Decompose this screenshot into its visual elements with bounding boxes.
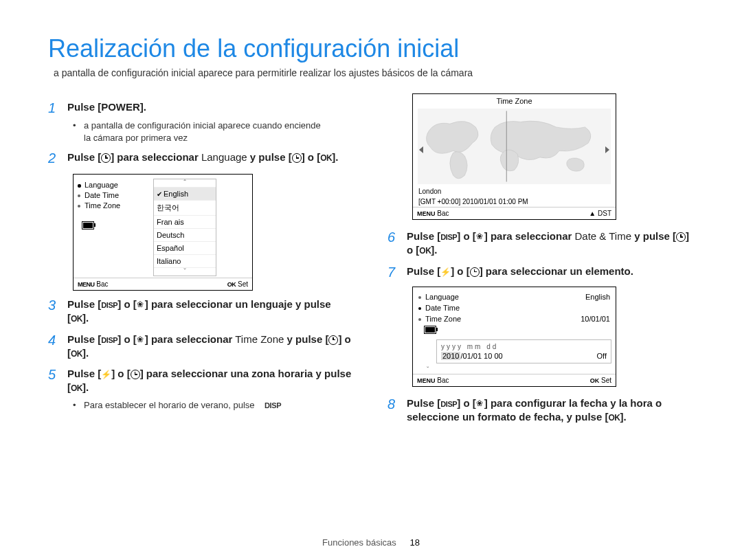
step-number: 4 [48, 333, 67, 361]
up-icon: ▲ [589, 210, 596, 217]
tz-stamp: [GMT +00:00] 2010/01/01 01:00 PM [413, 197, 616, 207]
step-number: 5 [48, 367, 67, 395]
timer-icon [676, 232, 686, 242]
step-7: 7 Pulse [] o [] para seleccionar un elem… [387, 265, 694, 280]
timer-icon [131, 370, 140, 379]
lang-spanish: Español [154, 242, 216, 255]
dt-timezone-label: Time Zone [418, 315, 461, 323]
ok-icon: OK [71, 383, 82, 393]
step-3: 3 Pulse [DISP] o [] para seleccionar un … [48, 298, 355, 326]
flash-icon [440, 265, 451, 277]
ok-icon: OK [419, 246, 431, 256]
step-6: 6 Pulse [DISP] o [] para seleccionar Dat… [387, 229, 694, 258]
language-list: ˆ ✔English 한국어 Fran ais Deutsch Español … [153, 179, 216, 276]
step-4: 4 Pulse [DISP] o [] para seleccionar Tim… [48, 333, 355, 361]
step-number: 3 [48, 298, 67, 326]
ok-icon: OK [590, 377, 600, 384]
step-number: 2 [48, 150, 67, 166]
menu-icon: MENU [417, 377, 436, 384]
step-number: 7 [387, 265, 407, 280]
lang-german: Deutsch [154, 229, 216, 242]
page-footer: Funciones básicas 18 [0, 537, 742, 548]
datetime-edit-box: yyyy mm dd 2010/01/01 10 00 Off [436, 339, 611, 363]
macro-icon [137, 336, 145, 344]
step-1-bullet: a pantalla de configuración inicial apar… [77, 120, 355, 144]
tz-title: Time Zone [413, 94, 616, 107]
lang-korean: 한국어 [154, 201, 216, 216]
date-rest: /01/01 10 00 [460, 352, 502, 360]
section-label: Funciones básicas [322, 537, 396, 548]
menu-item-timezone: Time Zone [78, 201, 153, 210]
arrow-right-icon [605, 146, 609, 153]
dt-timezone-value: 10/01/01 [581, 315, 610, 323]
left-column: 1 Pulse [POWER]. a pantalla de configura… [48, 93, 355, 428]
page-subtitle: a pantalla de configuración inicial apar… [54, 67, 694, 78]
page-title: Realización de la configuración inicial [48, 34, 694, 63]
macro-icon [476, 400, 484, 408]
step-number: 1 [48, 100, 67, 115]
ok-icon: OK [227, 281, 236, 288]
ok-icon: OK [71, 349, 82, 359]
chevron-up-icon: ˆ [154, 179, 216, 188]
disp-icon: DISP [440, 233, 457, 241]
disp-icon: DISP [101, 301, 117, 309]
disp-icon: DISP [265, 401, 281, 410]
menu-item-language: Language [78, 181, 153, 189]
timer-icon [101, 153, 111, 163]
timer-icon [328, 335, 338, 345]
disp-icon: DISP [101, 336, 117, 344]
dt-language-value: English [585, 293, 610, 301]
page-number: 18 [409, 537, 419, 548]
lang-english: ✔English [154, 188, 216, 201]
macro-icon [476, 233, 484, 241]
dt-language-label: Language [418, 293, 459, 301]
step-8: 8 Pulse [DISP] o [] para configurar la f… [387, 396, 694, 425]
timer-icon [292, 153, 302, 163]
right-column: Time Zone London [387, 93, 694, 428]
chevron-down-icon: ˇ [413, 366, 616, 374]
macro-icon [137, 301, 145, 309]
ok-icon: OK [608, 413, 620, 423]
ok-icon: OK [71, 314, 82, 324]
timer-icon [470, 267, 480, 277]
step-1: 1 Pulse [POWER]. [48, 100, 355, 115]
step-5-bullet: Para establecer el horario de verano, pu… [77, 399, 355, 412]
step-5: 5 Pulse [] o [] para seleccionar una zon… [48, 367, 355, 395]
battery-icon [424, 326, 436, 334]
tz-city: London [413, 186, 616, 197]
flash-icon [101, 368, 111, 379]
step-text: ]. [140, 101, 146, 113]
dt-datetime-label: Date Time [418, 304, 460, 312]
menu-icon: MENU [417, 210, 436, 217]
menu-item-datetime: Date Time [78, 191, 153, 199]
lang-french: Fran ais [154, 216, 216, 229]
battery-icon [82, 221, 94, 229]
lang-italian: Italiano [154, 255, 216, 268]
year-field: 2010 [441, 352, 460, 360]
ok-icon: OK [320, 153, 332, 163]
step-text: Pulse [ [67, 101, 101, 113]
world-map [417, 108, 611, 185]
menu-icon: MENU [78, 281, 95, 288]
date-format-label: yyyy mm dd [441, 343, 607, 352]
dst-off: Off [597, 352, 607, 360]
lcd-timezone: Time Zone London [412, 93, 616, 220]
step-2: 2 Pulse [] para seleccionar Language y p… [48, 150, 355, 166]
lcd-datetime: LanguageEnglish Date Time Time Zone10/01… [412, 287, 616, 387]
chevron-down-icon: ˇ [154, 268, 216, 276]
lcd-language: Language Date Time Time Zone ˆ ✔English … [73, 174, 253, 291]
power-label: POWER [101, 101, 140, 113]
disp-icon: DISP [440, 400, 457, 408]
step-number: 6 [387, 229, 407, 258]
step-number: 8 [387, 396, 407, 425]
arrow-left-icon [419, 146, 423, 153]
